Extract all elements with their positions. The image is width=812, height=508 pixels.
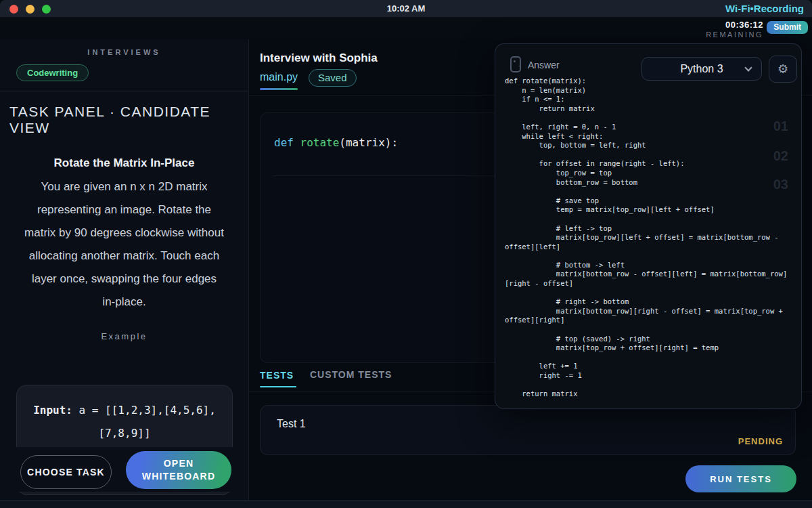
open-whiteboard-button[interactable]: OPEN WHITEBOARD xyxy=(126,451,231,489)
page-title: Interview with Sophia xyxy=(260,51,378,65)
tests-tab-underline xyxy=(260,386,296,387)
saved-status-badge: Saved xyxy=(309,69,357,87)
example-input-label: Input: xyxy=(33,404,72,417)
tests-tab-bar: TESTS CUSTOM TESTS xyxy=(260,369,296,387)
tab-tests-label: TESTS xyxy=(260,370,294,381)
sidebar-actions: CHOOSE TASK OPEN WHITEBOARD xyxy=(0,447,249,492)
code-function-name: rotate xyxy=(294,136,339,149)
window-bottom-strip xyxy=(0,500,812,508)
submit-button[interactable]: Submit xyxy=(767,21,808,34)
test-status-badge: PENDING xyxy=(738,436,783,446)
answer-panel: Answer Python 3 ⚙ def rotate(matrix): n … xyxy=(495,43,802,409)
choose-task-button[interactable]: CHOOSE TASK xyxy=(20,455,112,489)
test-name: Test 1 xyxy=(277,418,306,430)
menu-bar: 10:02 AM Wi-Fi•Recording xyxy=(0,0,812,18)
session-bar: 00:36:12 REMAINING Submit xyxy=(0,18,812,39)
example-input-value: a = [[1,2,3],[4,5,6], [7,8,9]] xyxy=(72,404,216,440)
tab-custom-tests[interactable]: CUSTOM TESTS xyxy=(310,369,392,380)
chevron-down-icon xyxy=(744,64,752,71)
task-title: Rotate the Matrix In-Place xyxy=(0,156,248,170)
answer-panel-title: Answer xyxy=(528,60,560,70)
app-window: 10:02 AM Wi-Fi•Recording 00:36:12 REMAIN… xyxy=(0,0,812,508)
example-label: Example xyxy=(0,331,248,341)
active-tab-underline xyxy=(260,88,298,90)
tab-tests[interactable]: TESTS xyxy=(260,370,296,387)
step-number-01: 01 xyxy=(773,119,788,134)
codewriting-badge: Codewriting xyxy=(16,64,89,81)
code-signature: (matrix): xyxy=(339,136,398,149)
example-input: Input: a = [[1,2,3],[4,5,6], [7,8,9]] xyxy=(25,399,224,445)
panel-title: TASK PANEL · CANDIDATE VIEW xyxy=(9,104,239,136)
step-number-02: 02 xyxy=(773,148,788,164)
timer-value: 00:36:12 xyxy=(706,20,763,30)
clock: 10:02 AM xyxy=(0,3,812,14)
run-tests-button[interactable]: RUN TESTS xyxy=(685,465,796,492)
interviews-label: INTERVIEWS xyxy=(0,48,248,56)
code-keyword: def xyxy=(274,136,294,149)
timer-label: REMAINING xyxy=(706,30,763,39)
task-sidebar: INTERVIEWS Codewriting TASK PANEL · CAND… xyxy=(0,39,249,500)
wifi-recording-status: Wi-Fi•Recording xyxy=(725,3,804,14)
editor-code-line: def rotate(matrix): xyxy=(274,136,398,149)
task-description: You are given an n x n 2D matrix represe… xyxy=(0,175,248,314)
tab-main-py[interactable]: main.py xyxy=(260,71,298,83)
test-row[interactable]: Test 1 PENDING xyxy=(260,405,796,455)
answer-code: def rotate(matrix): n = len(matrix) if n… xyxy=(505,77,794,399)
countdown-timer: 00:36:12 REMAINING xyxy=(706,20,763,39)
language-select-value: Python 3 xyxy=(680,63,723,75)
step-number-03: 03 xyxy=(773,177,788,192)
sidebar-divider xyxy=(0,91,248,91)
assistant-icon xyxy=(510,56,521,72)
